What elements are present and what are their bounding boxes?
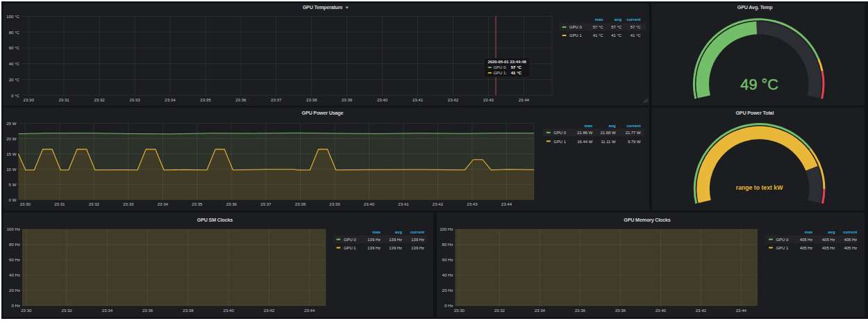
svg-text:23:42: 23:42 — [264, 308, 275, 313]
svg-text:2020-05-01 23:44:48: 2020-05-01 23:44:48 — [488, 59, 527, 63]
svg-text:23:39: 23:39 — [329, 201, 340, 206]
svg-text:23:42: 23:42 — [448, 97, 459, 101]
svg-text:avg: avg — [395, 230, 403, 234]
svg-text:23:36: 23:36 — [226, 201, 237, 206]
svg-text:avg: avg — [615, 17, 622, 21]
svg-text:23:44: 23:44 — [735, 308, 746, 313]
svg-text:41 °C: 41 °C — [593, 33, 604, 38]
svg-text:23:38: 23:38 — [183, 308, 194, 313]
svg-text:5 W: 5 W — [9, 182, 17, 187]
svg-text:current: current — [410, 230, 424, 234]
svg-text:max: max — [804, 230, 813, 234]
svg-text:40 Hz: 40 Hz — [9, 272, 20, 277]
svg-text:23:35: 23:35 — [192, 201, 203, 206]
svg-text:80 °C: 80 °C — [9, 29, 20, 34]
svg-text:23:33: 23:33 — [123, 201, 134, 206]
svg-text:GPU 0: GPU 0 — [776, 238, 788, 242]
svg-text:139 Hz: 139 Hz — [367, 238, 381, 242]
svg-text:23:44: 23:44 — [304, 308, 315, 313]
svg-text:16.44 W: 16.44 W — [577, 140, 592, 144]
svg-text:23:34: 23:34 — [534, 308, 545, 313]
svg-text:max: max — [595, 17, 604, 21]
svg-text:23:30: 23:30 — [24, 97, 35, 101]
svg-text:23:42: 23:42 — [433, 201, 444, 206]
svg-text:0 W: 0 W — [9, 197, 17, 202]
svg-text:GPU 1: GPU 1 — [776, 246, 788, 250]
svg-text:current: current — [626, 17, 640, 21]
svg-text:23:36: 23:36 — [142, 308, 153, 313]
svg-text:23:40: 23:40 — [377, 97, 388, 101]
svg-text:23:38: 23:38 — [306, 97, 317, 101]
svg-text:23:34: 23:34 — [158, 201, 169, 206]
svg-text:41 °C: 41 °C — [611, 33, 622, 38]
svg-text:23:32: 23:32 — [61, 308, 72, 313]
svg-text:23:40: 23:40 — [224, 308, 235, 313]
svg-text:405 Hz: 405 Hz — [821, 246, 835, 250]
svg-text:21.77 W: 21.77 W — [626, 131, 641, 135]
svg-text:21.68 W: 21.68 W — [601, 131, 616, 135]
svg-text:57 °C: 57 °C — [611, 25, 622, 29]
svg-text:23:44: 23:44 — [501, 201, 512, 206]
svg-text:23:41: 23:41 — [398, 201, 409, 206]
svg-text:40 °C: 40 °C — [9, 61, 20, 66]
svg-text:23:32: 23:32 — [494, 308, 505, 313]
svg-text:20 °C: 20 °C — [9, 76, 20, 81]
svg-text:11.11 W: 11.11 W — [601, 140, 617, 144]
svg-text:10 W: 10 W — [6, 167, 16, 172]
svg-text:23:41: 23:41 — [412, 97, 424, 101]
svg-text:range to text kW: range to text kW — [736, 184, 783, 191]
svg-text:139 Hz: 139 Hz — [411, 246, 424, 250]
svg-text:23:43: 23:43 — [483, 97, 494, 101]
svg-text:current: current — [842, 230, 856, 234]
svg-text:405 Hz: 405 Hz — [844, 246, 857, 250]
svg-text:avg: avg — [828, 230, 835, 234]
svg-text:100 Hz: 100 Hz — [440, 227, 453, 231]
svg-text:23:38: 23:38 — [295, 201, 306, 206]
svg-text:40 Hz: 40 Hz — [442, 272, 453, 277]
svg-text:23:34: 23:34 — [102, 308, 113, 313]
svg-text:23:39: 23:39 — [342, 97, 353, 101]
svg-text:9.79 W: 9.79 W — [628, 140, 641, 144]
svg-text:GPU 0: GPU 0 — [553, 131, 566, 135]
svg-text:139 Hz: 139 Hz — [389, 238, 402, 242]
svg-text:0 °C: 0 °C — [11, 92, 20, 97]
svg-text:23:40: 23:40 — [655, 308, 666, 313]
svg-text:57 °C: 57 °C — [511, 65, 522, 69]
svg-text:405 Hz: 405 Hz — [821, 238, 835, 242]
svg-text:20 W: 20 W — [6, 136, 16, 141]
svg-text:23:40: 23:40 — [364, 201, 375, 206]
svg-text:139 Hz: 139 Hz — [389, 246, 402, 250]
svg-text:current: current — [626, 124, 640, 128]
svg-text:405 Hz: 405 Hz — [799, 238, 812, 242]
svg-text:60 Hz: 60 Hz — [442, 257, 453, 262]
svg-text:GPU 1: GPU 1 — [553, 140, 566, 144]
svg-text:60 °C: 60 °C — [9, 45, 20, 50]
svg-text:GPU Temperature: GPU Temperature — [303, 4, 343, 10]
svg-text:80 Hz: 80 Hz — [442, 242, 453, 247]
svg-text:0 Hz: 0 Hz — [11, 303, 20, 308]
svg-text:41 °C: 41 °C — [511, 70, 522, 75]
svg-text:23:35: 23:35 — [200, 97, 211, 101]
svg-text:23:42: 23:42 — [695, 308, 706, 313]
svg-text:57 °C: 57 °C — [631, 25, 642, 29]
svg-text:23:30: 23:30 — [453, 308, 465, 313]
svg-text:57 °C: 57 °C — [593, 25, 604, 29]
svg-text:23:36: 23:36 — [235, 97, 247, 101]
svg-text:25 W: 25 W — [6, 121, 16, 126]
svg-text:23:37: 23:37 — [260, 201, 272, 206]
svg-text:23:32: 23:32 — [89, 201, 100, 206]
svg-text:23:34: 23:34 — [165, 97, 176, 101]
svg-text:23:37: 23:37 — [271, 97, 282, 101]
svg-text:23:36: 23:36 — [574, 308, 585, 313]
svg-text:GPU Power Usage: GPU Power Usage — [302, 110, 344, 116]
svg-text:GPU 1: GPU 1 — [569, 33, 582, 38]
svg-text:23:32: 23:32 — [94, 97, 105, 101]
svg-text:100 Hz: 100 Hz — [7, 227, 20, 231]
svg-text:80 Hz: 80 Hz — [9, 242, 20, 247]
svg-text:139 Hz: 139 Hz — [367, 246, 381, 250]
svg-text:405 Hz: 405 Hz — [799, 246, 812, 250]
svg-text:23:38: 23:38 — [615, 308, 626, 313]
svg-text:60 Hz: 60 Hz — [9, 257, 20, 262]
svg-text:23:30: 23:30 — [21, 308, 32, 313]
svg-text:23:44: 23:44 — [519, 97, 530, 101]
